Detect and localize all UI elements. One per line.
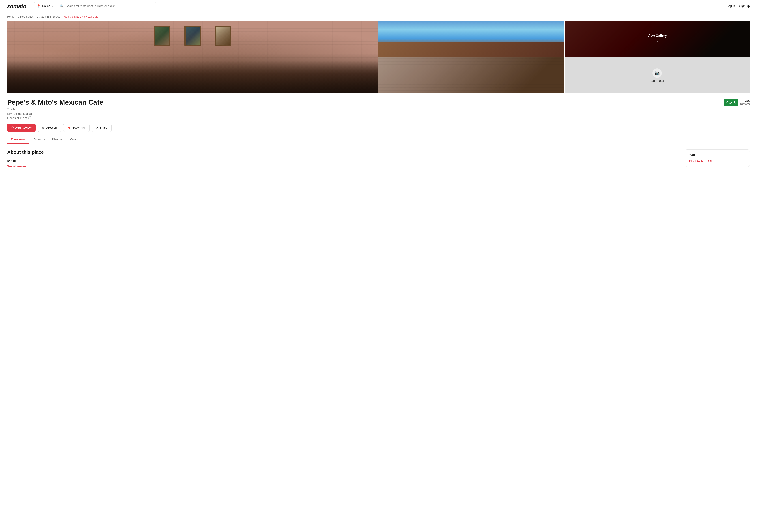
- breadcrumb-city[interactable]: Dallas: [37, 15, 44, 18]
- content-left: About this place Menu See all menus: [7, 150, 678, 168]
- star-outline-icon: ☆: [11, 126, 14, 129]
- camera-icon: 📷: [652, 69, 662, 78]
- gallery-photo-3[interactable]: View Gallery ›: [564, 20, 750, 57]
- breadcrumb-separator: /: [15, 15, 16, 18]
- wall-painting-3: [215, 26, 231, 46]
- tab-overview[interactable]: Overview: [7, 135, 29, 144]
- star-icon: ★: [733, 100, 736, 104]
- about-title: About this place: [7, 150, 678, 155]
- search-bar: 🔍: [57, 2, 157, 10]
- add-review-label: Add Review: [15, 126, 32, 129]
- chevron-down-icon: ▼: [51, 5, 54, 7]
- phone-number[interactable]: +12147411901: [688, 159, 746, 163]
- see-all-menus-link[interactable]: See all menus: [7, 165, 27, 168]
- gallery-photo-4[interactable]: [378, 57, 564, 94]
- breadcrumb-country[interactable]: United States: [17, 15, 34, 18]
- photo-gallery: View Gallery › 📷 Add Photos: [0, 20, 757, 94]
- gallery-photo-2[interactable]: [378, 20, 564, 57]
- direction-button[interactable]: ◇ Direction: [38, 124, 61, 132]
- restaurant-details: Pepe's & Mito's Mexican Cafe Tex-Mex Elm…: [7, 98, 103, 120]
- add-photos-overlay[interactable]: 📷 Add Photos: [564, 57, 750, 94]
- breadcrumb-separator: /: [61, 15, 61, 18]
- direction-icon: ◇: [42, 126, 44, 129]
- location-pin-icon: 📍: [37, 4, 41, 8]
- restaurant-name: Pepe's & Mito's Mexican Cafe: [7, 98, 103, 106]
- menu-section-title: Menu: [7, 159, 678, 163]
- call-label: Call: [688, 153, 746, 157]
- bookmark-label: Bookmark: [73, 126, 85, 129]
- share-icon: ↗: [96, 126, 98, 129]
- breadcrumb-separator: /: [45, 15, 46, 18]
- header-actions: Log in Sign up: [727, 4, 750, 8]
- breadcrumb: Home / United States / Dallas / Elm Stre…: [0, 13, 757, 20]
- wall-painting-1: [154, 26, 170, 46]
- breadcrumb-separator: /: [35, 15, 35, 18]
- gallery-main-photo[interactable]: [7, 20, 378, 94]
- direction-label: Direction: [45, 126, 57, 129]
- location-selector[interactable]: 📍 Dallas ▼: [34, 2, 57, 10]
- rating-info: 4.5 ★ 226 Reviews: [724, 98, 750, 106]
- search-input[interactable]: [66, 5, 153, 8]
- restaurant-hours: Opens at 11am i: [7, 116, 103, 120]
- action-buttons: ☆ Add Review ◇ Direction 🔖 Bookmark ↗ Sh…: [0, 120, 757, 132]
- logo: zomato: [7, 3, 26, 10]
- view-gallery-overlay[interactable]: View Gallery ›: [564, 20, 750, 57]
- content-area: About this place Menu See all menus Call…: [0, 144, 757, 173]
- bookmark-button[interactable]: 🔖 Bookmark: [63, 124, 90, 132]
- login-button[interactable]: Log in: [727, 4, 735, 8]
- gallery-add-photos[interactable]: 📷 Add Photos: [564, 57, 750, 94]
- restaurant-cuisine: Tex-Mex: [7, 108, 103, 111]
- arrow-right-icon: ›: [656, 39, 658, 43]
- tab-photos[interactable]: Photos: [48, 135, 66, 144]
- breadcrumb-current: Pepe's & Mito's Mexican Cafe: [63, 15, 98, 18]
- share-label: Share: [100, 126, 107, 129]
- breadcrumb-street[interactable]: Elm Street: [47, 15, 60, 18]
- reviews-count: 226: [740, 99, 750, 102]
- hours-text: Opens at 11am: [7, 117, 27, 120]
- bookmark-icon: 🔖: [67, 126, 71, 129]
- signup-button[interactable]: Sign up: [739, 4, 750, 8]
- rating-value: 4.5: [726, 100, 732, 105]
- location-text: Dallas: [42, 5, 50, 8]
- header: zomato 📍 Dallas ▼ 🔍 Log in Sign up: [0, 0, 757, 13]
- view-gallery-label: View Gallery: [648, 34, 667, 38]
- share-button[interactable]: ↗ Share: [92, 124, 112, 132]
- search-icon: 🔍: [60, 4, 64, 8]
- content-right: Call +12147411901: [685, 150, 750, 168]
- reviews-label: Reviews: [740, 102, 750, 105]
- add-photos-label: Add Photos: [650, 79, 665, 82]
- restaurant-info: Pepe's & Mito's Mexican Cafe Tex-Mex Elm…: [0, 94, 757, 120]
- tab-menu[interactable]: Menu: [66, 135, 81, 144]
- breadcrumb-home[interactable]: Home: [7, 15, 15, 18]
- info-icon[interactable]: i: [28, 116, 32, 120]
- call-section: Call +12147411901: [685, 150, 750, 167]
- rating-badge: 4.5 ★: [724, 98, 739, 106]
- wall-painting-2: [184, 26, 201, 46]
- add-review-button[interactable]: ☆ Add Review: [7, 124, 36, 132]
- tabs-nav: Overview Reviews Photos Menu: [0, 132, 757, 144]
- restaurant-location: Elm Street, Dallas: [7, 112, 103, 116]
- tab-reviews[interactable]: Reviews: [29, 135, 48, 144]
